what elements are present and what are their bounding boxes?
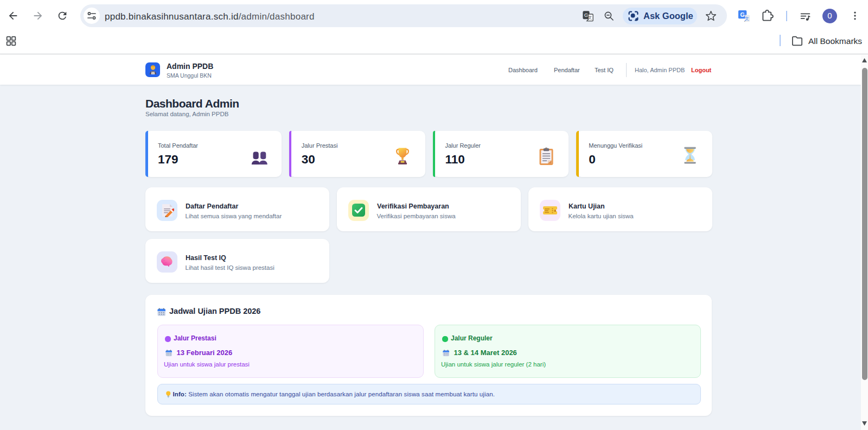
svg-text:文: 文: [588, 15, 592, 20]
svg-text:文: 文: [745, 16, 749, 21]
svg-text:G: G: [741, 11, 745, 18]
